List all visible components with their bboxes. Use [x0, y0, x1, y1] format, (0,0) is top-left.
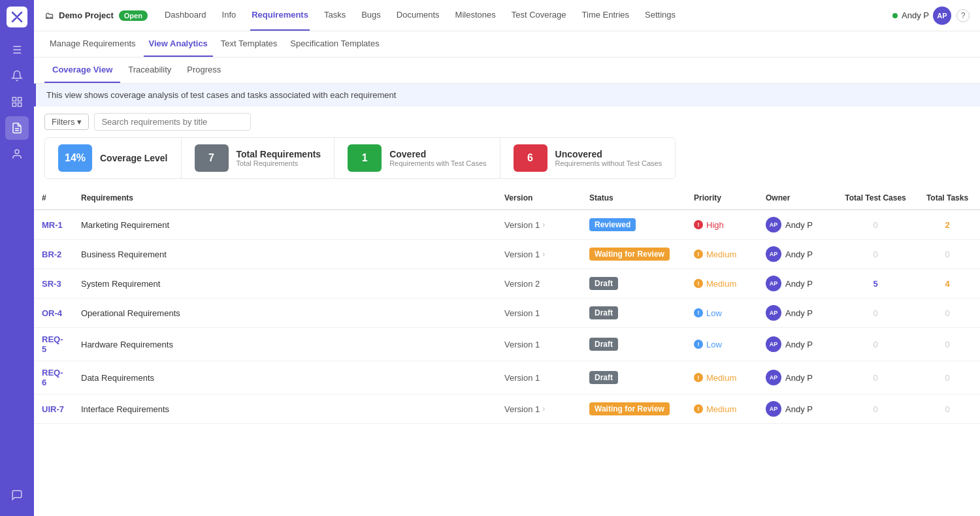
cell-tasks-3: 0 — [915, 298, 980, 328]
requirement-link-5[interactable]: REQ-6 — [42, 368, 63, 387]
cell-priority-5: ! Medium — [686, 361, 758, 395]
requirement-link-6[interactable]: UIR-7 — [42, 404, 64, 414]
tab-traceability[interactable]: Traceability — [120, 57, 179, 83]
owner-avatar-2: AP — [766, 276, 781, 291]
cell-name-0: Marketing Requirement — [73, 210, 497, 240]
owner-avatar-0: AP — [766, 217, 781, 233]
table-row: BR-2 Business Requirement Version 1 › Wa… — [34, 240, 980, 269]
subnav-manage-requirements[interactable]: Manage Requirements — [44, 31, 141, 57]
user-avatar[interactable]: AP — [933, 7, 951, 25]
status-badge-3: Draft — [589, 306, 618, 319]
cell-owner-4: AP Andy P — [758, 328, 836, 361]
filters-label: Filters — [52, 117, 74, 127]
cell-tasks-0: 2 — [915, 210, 980, 240]
tasks-count-4: 0 — [945, 340, 949, 349]
nav-time-entries[interactable]: Time Entries — [581, 0, 630, 31]
cell-version-6: Version 1 › — [497, 395, 581, 424]
requirement-link-4[interactable]: REQ-5 — [42, 334, 63, 354]
tab-progress[interactable]: Progress — [179, 57, 229, 83]
subnav-view-analytics[interactable]: View Analytics — [144, 31, 213, 57]
cell-test-cases-4: 0 — [836, 328, 915, 361]
cell-version-3: Version 1 — [497, 298, 581, 328]
cell-owner-6: AP Andy P — [758, 395, 836, 424]
test-cases-count-1: 0 — [873, 250, 877, 259]
nav-tasks[interactable]: Tasks — [323, 0, 347, 31]
cell-id-5: REQ-6 — [34, 361, 73, 395]
cell-priority-2: ! Medium — [686, 269, 758, 298]
tasks-count-2: 4 — [945, 279, 949, 289]
svg-point-6 — [15, 150, 19, 153]
cell-name-4: Hardware Requirements — [73, 328, 497, 361]
nav-bugs[interactable]: Bugs — [360, 0, 382, 31]
uncovered-title: Uncovered — [555, 149, 662, 159]
priority-dot-5: ! — [694, 373, 703, 382]
status-badge-0: Reviewed — [589, 218, 636, 231]
covered-label: Requirements with Test Cases — [389, 159, 486, 167]
priority-label-2: Medium — [706, 279, 736, 289]
owner-name-0: Andy P — [785, 220, 813, 230]
covered-title: Covered — [389, 149, 486, 159]
help-icon[interactable]: ? — [956, 9, 970, 22]
project-info: 🗂 Demo Project Open — [44, 10, 148, 21]
cell-priority-4: ! Low — [686, 328, 758, 361]
subnav-text-templates[interactable]: Text Templates — [216, 31, 282, 57]
nav-settings[interactable]: Settings — [644, 0, 677, 31]
cell-status-6: Waiting for Review — [581, 395, 686, 424]
requirement-link-2[interactable]: SR-3 — [42, 279, 61, 289]
app-logo[interactable] — [7, 7, 27, 27]
stat-total-requirements: 7 Total Requirements Total Requirements — [181, 137, 335, 179]
search-input[interactable] — [94, 113, 251, 131]
version-arrow-icon-0: › — [542, 220, 545, 229]
subnav-specification-templates[interactable]: Specification Templates — [285, 31, 384, 57]
svg-rect-2 — [12, 103, 16, 106]
cell-owner-3: AP Andy P — [758, 298, 836, 328]
nav-milestones[interactable]: Milestones — [454, 0, 497, 31]
col-header-hash: # — [34, 187, 73, 210]
cell-test-cases-5: 0 — [836, 361, 915, 395]
version-label-1: Version 1 — [504, 250, 540, 259]
status-badge-2: Draft — [589, 277, 618, 290]
grid-icon[interactable] — [5, 90, 29, 114]
nav-info[interactable]: Info — [221, 0, 238, 31]
priority-dot-2: ! — [694, 279, 703, 288]
document-icon[interactable] — [5, 116, 29, 140]
cell-owner-0: AP Andy P — [758, 210, 836, 240]
col-header-version: Version — [497, 187, 581, 210]
cell-name-5: Data Requirements — [73, 361, 497, 395]
version-label-5: Version 1 — [504, 373, 540, 383]
table-row: OR-4 Operational Requirements Version 1 … — [34, 298, 980, 328]
user-icon[interactable] — [5, 142, 29, 166]
support-icon[interactable] — [5, 483, 29, 507]
svg-rect-3 — [18, 103, 22, 106]
requirement-link-1[interactable]: BR-2 — [42, 250, 61, 259]
requirement-link-0[interactable]: MR-1 — [42, 220, 63, 230]
requirements-table: # Requirements Version Status Priority O… — [34, 187, 980, 424]
filters-button[interactable]: Filters ▾ — [44, 114, 89, 130]
bell-icon[interactable] — [5, 64, 29, 88]
covered-badge: 1 — [348, 144, 382, 172]
cell-name-6: Interface Requirements — [73, 395, 497, 424]
cell-owner-1: AP Andy P — [758, 240, 836, 269]
project-status-badge: Open — [119, 10, 148, 21]
nav-test-coverage[interactable]: Test Coverage — [510, 0, 568, 31]
table-row: SR-3 System Requirement Version 2 Draft … — [34, 269, 980, 298]
cell-version-0: Version 1 › — [497, 210, 581, 240]
menu-icon[interactable]: ☰ — [5, 38, 29, 61]
cell-priority-6: ! Medium — [686, 395, 758, 424]
requirement-link-3[interactable]: OR-4 — [42, 308, 62, 318]
version-label-6: Version 1 — [504, 404, 540, 414]
col-header-owner: Owner — [758, 187, 836, 210]
nav-requirements[interactable]: Requirements — [250, 0, 310, 31]
test-cases-count-4: 0 — [873, 340, 877, 349]
nav-dashboard[interactable]: Dashboard — [163, 0, 208, 31]
status-badge-5: Draft — [589, 371, 618, 384]
stat-coverage-level: 14% Coverage Level — [44, 137, 182, 179]
tab-coverage-view[interactable]: Coverage View — [44, 57, 120, 83]
owner-name-1: Andy P — [785, 250, 813, 259]
owner-name-4: Andy P — [785, 340, 813, 349]
cell-test-cases-1: 0 — [836, 240, 915, 269]
priority-label-3: Low — [706, 308, 722, 318]
priority-dot-3: ! — [694, 308, 703, 317]
test-cases-count-6: 0 — [873, 404, 877, 414]
nav-documents[interactable]: Documents — [395, 0, 441, 31]
